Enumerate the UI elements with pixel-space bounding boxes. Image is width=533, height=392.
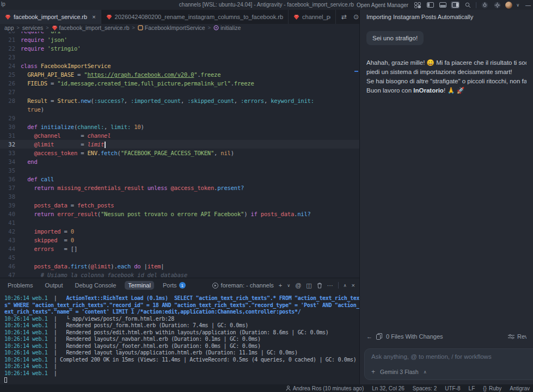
terminal-line: 10:26:14 web.1 | └ app/views/posts/_form… [4,316,359,323]
code-line: 39 posts_data = fetch_posts [0,201,359,210]
panel-tab-label: Debug Console [75,282,117,289]
menu-fragment[interactable]: lp [1,1,5,7]
line-number: 31 [0,131,21,140]
user-avatar[interactable] [505,2,512,9]
code-line: 27 [0,88,359,96]
breadcrumb-label: initialize [220,24,241,31]
brand-name: InOratorio [413,87,444,94]
ruby-file-icon [52,25,58,31]
terminal-output[interactable]: 10:26:14 web.1 | ActionText::RichText Lo… [0,292,359,384]
line-number: 35 [0,166,21,175]
line-number: 29 [0,114,21,122]
panel-tab-ports[interactable]: Ports1 [160,281,189,290]
search-icon[interactable] [463,1,472,9]
breadcrumb-item[interactable]: FacebookImportService [138,24,205,31]
line-number: 30 [0,122,21,131]
code-line: 33 @access_token = ENV.fetch("FACEBOOK_P… [0,149,359,157]
cursor-position-item[interactable]: Ln 32, Col 26 [372,385,405,391]
ruby-file-icon [293,14,299,20]
eol-item[interactable]: LF [469,385,475,391]
toggle-left-panel-icon[interactable] [426,1,434,9]
breadcrumb-item[interactable]: initialize [213,24,241,31]
panel-tab-label: Output [45,282,63,289]
split-terminal-icon[interactable]: ◫ [306,282,311,289]
indentation-item[interactable]: Spaces: 2 [413,385,437,391]
code-editor[interactable]: 20require 'uri'21require 'json'22require… [0,32,359,278]
code-line: 35 [0,166,359,175]
titlebar-divider [476,2,476,8]
code-line: 32 @limit = limit [0,140,359,149]
add-context-icon[interactable]: + [371,368,375,376]
review-label-fragment[interactable]: Rev [517,333,526,340]
editor-tab[interactable]: 20260424080200_rename_instagram_columns_… [101,10,289,24]
editor-column: facebook_import_service.rb×2026042408020… [0,10,359,384]
panel-tab-terminal[interactable]: Terminal [125,281,154,290]
review-filter-icon[interactable] [508,334,514,339]
language-mode-item[interactable]: {} Ruby [483,385,501,391]
close-tab-icon[interactable]: × [92,14,95,20]
terminal-dropdown-icon[interactable]: ∨ [287,283,290,288]
line-number [0,105,21,114]
maximize-panel-icon[interactable]: ∧ [344,283,347,288]
panel-tab-problems[interactable]: Problems [4,281,36,290]
run-target-icon[interactable]: ⊙ [353,13,359,21]
model-selector[interactable]: Gemini 3 Flash [380,369,419,375]
settings-gear-icon[interactable] [493,1,501,9]
ports-badge: 1 [179,282,186,289]
code-text: imported = 0 [21,227,74,236]
code-line: 42 imported = 0 [0,227,359,236]
git-blame-item[interactable]: Andrea Ros (10 minutes ago) [286,385,364,391]
account-chevron-down-icon[interactable]: ∨ [516,3,519,8]
extension-status-icon[interactable] [480,1,489,9]
back-arrow-icon[interactable]: ← [366,333,372,340]
customize-layout-icon[interactable] [413,1,422,9]
code-line: 30 def initialize(channel:, limit: 10) [0,122,359,131]
encoding-item[interactable]: UTF-8 [445,385,460,391]
breadcrumb-item[interactable]: services [22,24,44,31]
breadcrumb-label: FacebookImportService [145,24,205,31]
panel-tab-output[interactable]: Output [41,281,66,290]
line-number: 42 [0,227,21,236]
tab-label: channel_poli [302,14,330,20]
app-window: lp channels [WSL: ubuntu-24.04] - Antigr… [0,0,533,392]
panel-tab-debug-console[interactable]: Debug Console [72,281,120,290]
line-number: 36 [0,175,21,183]
terminal-process-item[interactable]: foreman: - channels [212,282,274,289]
new-terminal-icon[interactable]: + [279,282,282,289]
terminal-line: 10:26:14 web.1 | [4,363,359,370]
open-agent-manager-button[interactable]: Open Agent Manager [357,2,408,8]
editor-tab[interactable]: facebook_import_service.rb× [0,10,101,24]
toggle-right-panel-icon[interactable] [451,1,460,9]
panel-header: ProblemsOutputDebug ConsoleTerminalPorts… [0,278,359,292]
code-line: 37 return missing_credentials_result unl… [0,183,359,192]
overview-ruler[interactable] [354,32,359,278]
breadcrumb-item[interactable]: facebook_import_service.rb [52,24,130,31]
model-chevron-up-icon[interactable]: ∧ [424,370,427,375]
breadcrumb[interactable]: app>services>facebook_import_service.rb>… [0,24,359,32]
brackets-icon: {} [483,385,487,391]
chat-input-box[interactable]: + Gemini 3 Flash ∧ [364,348,533,380]
toggle-bottom-panel-icon[interactable] [438,1,447,9]
code-text: posts_data = fetch_posts [21,201,114,210]
code-line: 28 Result = Struct.new(:success?, :impor… [0,96,359,105]
window-minimize-icon[interactable]: — [525,2,531,8]
chat-conversation-title[interactable]: Importing Instagram Posts Automatically [360,10,533,24]
code-line: true) [0,105,359,114]
breadcrumb-label: app [4,24,14,31]
code-line: 38 [0,192,359,201]
breadcrumb-item[interactable]: app [4,24,14,31]
terminal-more-icon[interactable]: ⋯ [327,282,333,289]
code-text: require 'json' [21,35,68,44]
files-with-changes-row[interactable]: ← 0 Files With Changes Rev [360,330,533,343]
terminal-line: 10:26:14 web.1 | Completed 200 OK in 15m… [4,357,359,364]
code-text: true) [21,105,44,114]
compare-changes-icon[interactable]: ⇄ [341,13,347,21]
run-recent-command-icon[interactable]: @ [295,282,301,289]
code-text: errors = [] [21,244,77,253]
kill-terminal-icon[interactable] [317,283,322,289]
close-panel-icon[interactable]: × [352,282,355,289]
code-text: skipped = 0 [21,236,74,244]
chat-input[interactable] [371,353,533,360]
terminal-line: 10:26:14 web.1 | ActionText::RichText Lo… [4,295,359,302]
editor-tab[interactable]: channel_poli [289,10,336,24]
